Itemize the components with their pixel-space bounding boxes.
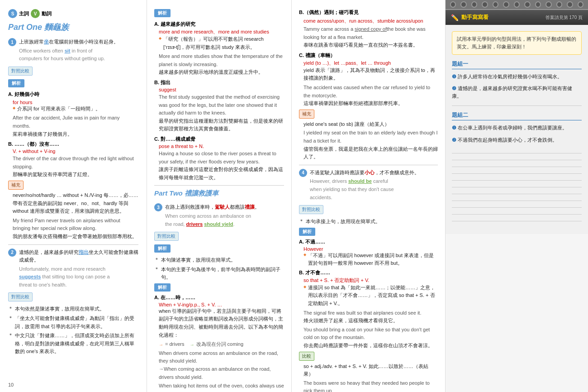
- mr-c-item1: yield (to …)、let …pass、let … through: [299, 60, 438, 67]
- group1-q2-content: 遺憾的是，越來越多的研究證實水喝不夠可能有害健康。: [452, 86, 572, 99]
- right-header-left: ✏️ 動手寫寫看: [451, 14, 488, 21]
- divider-midleft: [154, 185, 284, 186]
- item-3-zh: 在路上遇到救護車時，駕駛人都應該禮讓。: [165, 203, 260, 211]
- item-2-content: 遺憾的是，越來越多的研究指出坐太久可能會對健康構成威脅。 Unfortunate…: [19, 249, 138, 289]
- page-number-left: 10: [8, 382, 14, 387]
- a-example-en-1: After the car accident, Julie was in pai…: [8, 114, 138, 130]
- group2-q1: ❶ 在公車上遇到年長者或孕婦時，我們應該要讓座。: [452, 124, 582, 132]
- a-label-1: A. 好幾個小時: [8, 91, 138, 98]
- item4-a-note: ◆ 「不過」可以用副詞 however 或連接詞 but 來表達，但是置於句首時…: [299, 252, 438, 268]
- item3-arrow: → = drivers → 改為現在分詞 coming: [154, 340, 284, 349]
- a-item-1: for hours: [8, 100, 138, 105]
- writing-line: [452, 214, 582, 215]
- ml-b-note-zh: 最早的研究指出這種運動方法對雙腳有益，但是後來的研究卻證實那種方法其實會傷膝蓋。: [154, 117, 284, 133]
- spiral-ring: [482, 1, 488, 8]
- spiral-ring: [535, 1, 541, 8]
- page-right: ✏️ 動手寫寫看 答案請見第 170 頁 試用本單元學到的句型與用法，將下列句子…: [446, 0, 588, 392]
- writing-area: [452, 153, 582, 221]
- item-1-en: Office workers often sit in front ofcomp…: [19, 47, 119, 63]
- a-note-1: ◆ 介系詞 for 可用來表示「一段時間」。: [8, 105, 138, 113]
- b-item-1: V. + without + V-ing: [8, 148, 138, 154]
- mr-c-ex1-en: The accident was caused when the car ref…: [299, 84, 438, 100]
- ml-b-label: B. 指出: [154, 79, 284, 86]
- group2-q1-num: ❶: [452, 125, 456, 130]
- writing-line: [452, 167, 582, 167]
- right-header-sub: 答案請見第 170 頁: [545, 14, 583, 21]
- item3-ex3-en: When taking hot items out of the oven, c…: [154, 382, 284, 392]
- item4-b-tag-box: 比較: [299, 352, 314, 361]
- mr-c-tag-item: yield one's seat (to sb) 讓座（給某人）: [299, 120, 438, 129]
- mr-c-note1: yield 表示「讓路」，其為不及物動詞，之後接介系詞 to，再接禮讓的對象。: [299, 67, 438, 82]
- group1-q2-num: ❷: [452, 86, 456, 91]
- group1-q1: ❶ 許多人經常待在冷氣房裡好幾個小時沒有喝水。: [452, 73, 582, 81]
- item-2-number: 2: [8, 249, 16, 257]
- group1-q1-content: 許多人經常待在冷氣房裡好幾個小時沒有喝水。: [458, 74, 562, 79]
- b-label-1: B. ……（都）沒有……: [8, 141, 138, 148]
- right-header: ✏️ 動手寫寫看 答案請見第 170 頁: [446, 10, 588, 25]
- mr-b-item: come across/upon、run across、stumble acro…: [299, 18, 438, 24]
- mr-c-ex2-en: I yielded my seat on the train to an eld…: [299, 129, 438, 145]
- spiral-ring: [578, 1, 583, 8]
- item4-b-ex1-zh: 烽火頭燃升了起來，這樣飛機才看得見它。: [299, 317, 438, 325]
- group1-q1-num: ❶: [452, 74, 456, 79]
- right-header-title: 動手寫寫看: [461, 14, 488, 21]
- sit-highlight: sit: [65, 48, 71, 53]
- analysis-header-3: 解析: [154, 244, 171, 253]
- tag-comparison-4: 對照比較: [299, 205, 323, 214]
- item4-analysis-header: 解析: [299, 228, 315, 236]
- item3-analysis: 解析: [154, 283, 171, 292]
- group2-q1-text: ❶ 在公車上遇到年長者或孕婦時，我們應該要讓座。: [452, 124, 567, 132]
- writing-line: [452, 187, 582, 187]
- ml-note1: ◆ 「研究（報告）」可以用不可數名詞 research [ˈrɪsɝtʃ]，亦可…: [154, 35, 284, 51]
- badge-s: S: [8, 9, 17, 18]
- group1-q2-text: ❷ 遺憾的是，越來越多的研究證實水喝不夠可能有害健康。: [452, 85, 582, 100]
- item-1-en-pre: Office workers often: [19, 48, 65, 53]
- item4-b-ex2-zh: 你去爬山時應該要帶一件外套，這樣你在山頂才不會著涼。: [299, 342, 438, 350]
- section-label: S 主詞 V 動詞: [8, 9, 52, 18]
- tag-comparison-3: 對照比較: [154, 232, 179, 241]
- right-divider-1: [452, 105, 582, 106]
- part-title: Part One 麵龜族: [8, 22, 138, 33]
- ml-c-ex-en: Having a house so close to the river pos…: [154, 150, 284, 166]
- spiral-ring: [471, 1, 477, 8]
- analysis-header-midleft: 解析: [154, 9, 171, 17]
- spiral-ring: [450, 1, 456, 8]
- item3-ex1: When drivers come across an ambulance on…: [154, 349, 284, 365]
- item4-a-item: However: [299, 246, 438, 252]
- item-2-row: 2 遺憾的是，越來越多的研究指出坐太久可能會對健康構成威脅。 Unfortuna…: [8, 249, 138, 289]
- ml-c-ex-zh: 讓房子距離這條河這麼近會對你的安全構成威脅，因為這條河每幾年就會氾濫一次。: [154, 166, 284, 182]
- item2-note2: ＊ 「坐太久可能會對健康構成威脅」為動詞「指出」的受詞，故需用 that 引導的…: [8, 315, 138, 330]
- spiral-ring: [545, 1, 551, 8]
- spiral-ring: [460, 1, 466, 8]
- right-content: 試用本單元學到的句型與用法，將下列句子翻成順暢的英文。馬上練習，印象最深刻！ 題…: [446, 25, 588, 234]
- item4-b-tag-item: so + adj./adv. + that + S. + V. 如此……以致於……: [299, 363, 438, 378]
- ml-b-note-en: The first study suggested that the metho…: [154, 93, 284, 117]
- badge-v-label: 動詞: [42, 10, 52, 17]
- item-4-en: However, drivers should be carefulwhen y…: [310, 177, 419, 201]
- item-1-number: 1: [8, 38, 16, 46]
- ml-c-item: pose a threat to + N.: [154, 143, 284, 149]
- item-2-en: Unfortunately, more and more researchsug…: [19, 265, 138, 289]
- writing-line: [452, 207, 582, 208]
- item4-b-item: so that + S. + 否定助動詞 + V.: [299, 277, 438, 284]
- item4-note: ＊ 本句承接上句，故用現在簡單式。: [299, 218, 438, 226]
- item-3-number: 3: [154, 203, 162, 211]
- item-4-number: 4: [299, 169, 307, 177]
- item-3-row: 3 在路上遇到救護車時，駕駛人都應該禮讓。 When coming across…: [154, 203, 284, 228]
- item3-a-note: when 引導的副詞子句中，若主語與主要子句相同，可將副詞子句的主語省略並將動詞…: [154, 307, 284, 339]
- spiral-ring: [493, 1, 498, 8]
- item-3-content: 在路上遇到救護車時，駕駛人都應該禮讓。 When coming across a…: [165, 203, 260, 228]
- analysis-header-1: 解析: [8, 79, 24, 87]
- item3-a-item: When + V-ing/p.p., S. + V. …: [154, 302, 284, 307]
- item3-ex2: →When coming across an ambulance on the …: [154, 365, 284, 381]
- mr-b-ex-zh: 泰咪在跳蚤市場碰巧看見她一直在找的一本簽名書。: [299, 41, 438, 49]
- writing-line: [452, 173, 582, 174]
- group2-q2: ❷ 不過我們在起身時應該要小心，才不會跌倒。: [452, 136, 582, 144]
- mr-b-ex-en: Tammy came across a signed copy ofthe bo…: [299, 25, 438, 41]
- mr-c-ex2-zh: 儘管我有坐票，我還是把我在火車上的座位讓給一名年長的婦人了。: [299, 145, 438, 161]
- item-4-content: 不過駕駛人讓路時應該要小心，才不會釀成意外。 However, drivers …: [310, 169, 419, 201]
- item3-a-sub: A. 在……時，……: [154, 294, 284, 301]
- item-2-zh: 遺憾的是，越來越多的研究指出坐太久可能會對健康構成威脅。: [19, 249, 138, 264]
- item3-note2: ＊ 本句的主要子句為後半句，前半句則為表時間的副詞子句。: [154, 266, 284, 282]
- group2-title: 題組二: [452, 111, 582, 120]
